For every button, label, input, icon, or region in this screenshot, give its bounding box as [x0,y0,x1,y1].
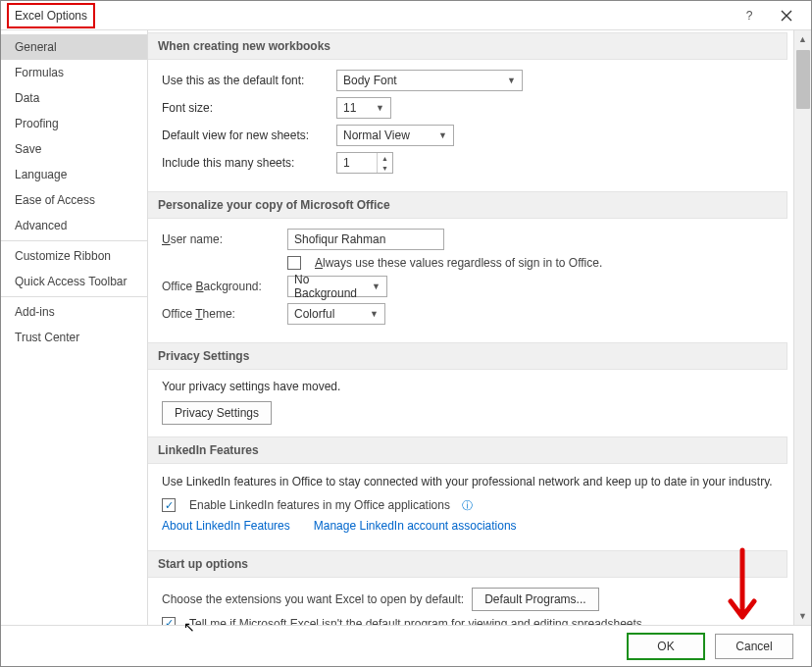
info-icon[interactable]: ⓘ [462,498,473,513]
always-use-checkbox[interactable] [287,256,301,270]
category-sidebar: General Formulas Data Proofing Save Lang… [1,30,148,625]
sidebar-item-formulas[interactable]: Formulas [1,60,147,85]
scroll-up-icon[interactable]: ▲ [794,30,811,48]
sheet-count-spinner[interactable]: 1▲▼ [336,152,393,174]
sidebar-item-add-ins[interactable]: Add-ins [1,299,147,325]
font-size-select[interactable]: 11▼ [336,97,391,119]
dialog-footer: OK Cancel [1,625,811,666]
title-bar: Excel Options ? [1,1,811,30]
font-size-label: Font size: [162,101,329,115]
sidebar-item-advanced[interactable]: Advanced [1,213,147,238]
section-linkedin: LinkedIn Features [148,436,787,464]
default-font-label: Use this as the default font: [162,74,329,87]
ok-button[interactable]: OK [627,633,705,660]
sidebar-item-ease-of-access[interactable]: Ease of Access [1,187,147,213]
chevron-down-icon: ▼ [507,76,516,85]
section-personalize: Personalize your copy of Microsoft Offic… [148,191,787,219]
sidebar-item-save[interactable]: Save [1,136,147,162]
help-button[interactable]: ? [731,2,768,29]
sidebar-item-language[interactable]: Language [1,162,147,187]
manage-linkedin-link[interactable]: Manage LinkedIn account associations [314,519,517,533]
office-background-label: Office Background: [162,280,279,293]
sidebar-item-proofing[interactable]: Proofing [1,111,147,136]
enable-linkedin-checkbox[interactable]: ✓ [162,498,176,512]
sidebar-item-customize-ribbon[interactable]: Customize Ribbon [1,243,147,269]
user-name-input[interactable]: Shofiqur Rahman [287,229,444,250]
options-content: When creating new workbooks Use this as … [148,30,793,625]
sheet-count-label: Include this many sheets: [162,156,329,170]
chevron-down-icon: ▼ [438,130,447,140]
spinner-down-icon[interactable]: ▼ [378,163,392,173]
privacy-settings-button[interactable]: Privacy Settings [162,401,272,425]
default-view-label: Default view for new sheets: [162,128,329,142]
choose-extensions-label: Choose the extensions you want Excel to … [162,592,464,606]
sidebar-item-trust-center[interactable]: Trust Center [1,325,147,350]
tell-me-default-checkbox[interactable]: ✓ [162,617,176,625]
about-linkedin-link[interactable]: About LinkedIn Features [162,519,290,533]
office-theme-label: Office Theme: [162,307,279,321]
user-name-label: User name: [162,232,279,246]
spinner-up-icon[interactable]: ▲ [378,153,392,163]
default-programs-button[interactable]: Default Programs... [472,588,598,611]
linkedin-description: Use LinkedIn features in Office to stay … [162,474,774,490]
chevron-down-icon: ▼ [372,282,381,291]
close-button[interactable] [768,2,805,29]
section-new-workbooks: When creating new workbooks [148,32,787,60]
sidebar-item-data[interactable]: Data [1,85,147,111]
sidebar-item-general[interactable]: General [1,34,147,60]
default-font-select[interactable]: Body Font▼ [336,70,523,91]
tell-me-default-label: Tell me if Microsoft Excel isn't the def… [189,617,645,625]
section-startup: Start up options [148,550,787,578]
cancel-button[interactable]: Cancel [715,634,793,659]
scroll-down-icon[interactable]: ▼ [794,607,811,625]
scrollbar-thumb[interactable] [796,50,810,109]
always-use-label: Always use these values regardless of si… [315,256,602,270]
vertical-scrollbar[interactable]: ▲ ▼ [793,30,811,625]
default-view-select[interactable]: Normal View▼ [336,125,454,146]
office-background-select[interactable]: No Background▼ [287,276,387,297]
privacy-moved-text: Your privacy settings have moved. [162,380,774,393]
sidebar-item-quick-access-toolbar[interactable]: Quick Access Toolbar [1,269,147,294]
chevron-down-icon: ▼ [376,103,384,113]
office-theme-select[interactable]: Colorful▼ [287,303,385,325]
chevron-down-icon: ▼ [370,309,379,319]
enable-linkedin-label: Enable LinkedIn features in my Office ap… [189,498,450,512]
window-title: Excel Options [7,3,95,28]
section-privacy: Privacy Settings [148,342,787,370]
